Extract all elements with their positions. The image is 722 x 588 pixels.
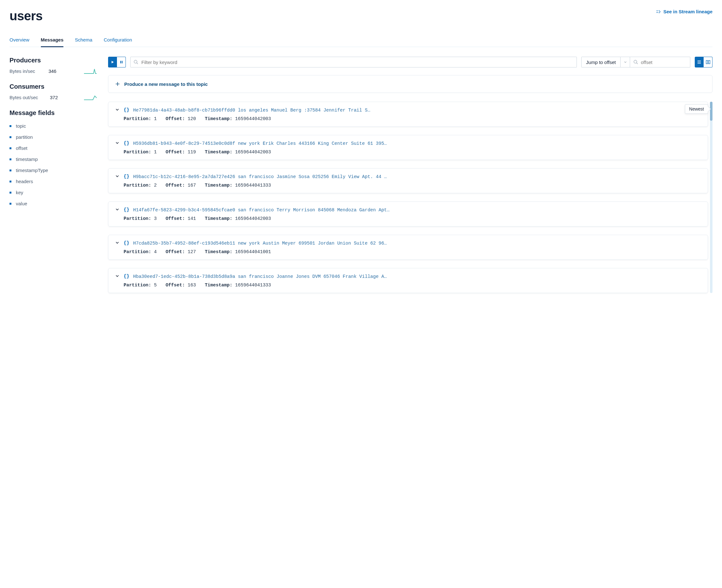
json-braces-icon: {} (124, 107, 129, 113)
list-view-icon (697, 60, 702, 65)
json-braces-icon: {} (124, 207, 129, 213)
stream-lineage-link[interactable]: See in Stream lineage (656, 9, 713, 14)
chevron-down-icon (115, 240, 120, 245)
message-summary[interactable]: He77981da-4a43-48ab-b8f8-cb71b96ffdd0 lo… (133, 108, 370, 113)
expand-message-toggle[interactable] (115, 140, 120, 146)
tab-messages[interactable]: Messages (41, 37, 64, 47)
bytes-out-value: 372 (50, 95, 72, 100)
json-braces-icon: {} (124, 240, 129, 246)
message-card: {}H14fa67fe-5823-4299-b3c4-595845cfcae0 … (108, 202, 708, 227)
chevron-down-icon (115, 107, 120, 112)
message-card: {}H5936db81-b943-4e0f-8c29-74513e0c0d8f … (108, 135, 708, 160)
message-summary[interactable]: H5936db81-b943-4e0f-8c29-74513e0c0d8f ne… (133, 141, 387, 146)
message-card: {}H9bacc71c-b12c-4216-8e95-2a7da727e426 … (108, 168, 708, 193)
tab-schema[interactable]: Schema (75, 37, 92, 46)
message-card: {}He77981da-4a43-48ab-b8f8-cb71b96ffdd0 … (108, 102, 708, 127)
play-button[interactable] (108, 57, 117, 67)
pause-icon (120, 60, 123, 64)
stream-lineage-label: See in Stream lineage (663, 9, 713, 14)
jump-to-offset-select[interactable]: Jump to offset (581, 57, 621, 67)
json-braces-icon: {} (124, 141, 129, 146)
svg-point-2 (134, 60, 137, 63)
producers-heading: Producers (9, 57, 97, 64)
message-card: {}Hba30eed7-1edc-452b-8b1a-738d3b5d8a9a … (108, 268, 708, 293)
json-braces-icon: {} (124, 274, 129, 279)
tab-configuration[interactable]: Configuration (104, 37, 132, 46)
message-scrollbar[interactable] (710, 102, 713, 293)
message-fields-heading: Message fields (9, 109, 97, 117)
offset-input[interactable] (630, 57, 690, 67)
message-field-item[interactable]: timestampType (9, 165, 97, 176)
expand-message-toggle[interactable] (115, 207, 120, 213)
scrollbar-thumb[interactable] (710, 102, 713, 121)
message-field-item[interactable]: timestamp (9, 154, 97, 165)
expand-message-toggle[interactable] (115, 240, 120, 246)
page-title: users (9, 9, 42, 23)
sidebar: Producers Bytes in/sec 346 Consumers Byt… (9, 57, 97, 293)
svg-rect-4 (706, 61, 708, 64)
tab-overview[interactable]: Overview (9, 37, 29, 46)
message-meta: Partition: 5Offset: 163Timestamp: 165964… (115, 282, 701, 288)
consumers-heading: Consumers (9, 83, 97, 90)
message-field-item[interactable]: value (9, 198, 97, 209)
play-icon (110, 60, 115, 64)
message-field-item[interactable]: key (9, 187, 97, 198)
chevron-down-icon (115, 174, 120, 179)
message-summary[interactable]: H14fa67fe-5823-4299-b3c4-595845cfcae0 sa… (133, 208, 390, 213)
produce-message-label: Produce a new message to this topic (124, 81, 208, 87)
message-field-item[interactable]: partition (9, 131, 97, 143)
message-summary[interactable]: Hba30eed7-1edc-452b-8b1a-738d3b5d8a9a sa… (133, 274, 387, 279)
chevron-down-icon (623, 60, 627, 64)
expand-message-toggle[interactable] (115, 174, 120, 180)
view-split-button[interactable] (704, 57, 713, 67)
message-meta: Partition: 1Offset: 120Timestamp: 165964… (115, 116, 701, 121)
split-view-icon (705, 60, 710, 65)
bytes-in-sparkline (84, 68, 97, 74)
message-summary[interactable]: H7cda825b-35b7-4952-88ef-c193d546eb11 ne… (133, 241, 387, 246)
view-list-button[interactable] (695, 57, 704, 67)
expand-message-toggle[interactable] (115, 273, 120, 279)
message-field-item[interactable]: offset (9, 143, 97, 154)
search-icon (633, 60, 638, 65)
tabs: Overview Messages Schema Configuration (9, 37, 713, 47)
bytes-out-label: Bytes out/sec (9, 95, 38, 100)
plus-icon (115, 81, 120, 87)
expand-message-toggle[interactable] (115, 107, 120, 113)
bytes-in-label: Bytes in/sec (9, 68, 35, 74)
message-field-item[interactable]: topic (9, 120, 97, 131)
message-fields-list: topicpartitionoffsettimestamptimestampTy… (9, 120, 97, 209)
bytes-in-value: 346 (48, 68, 71, 74)
chevron-down-icon (115, 273, 120, 278)
svg-rect-5 (708, 61, 710, 64)
svg-rect-0 (120, 61, 121, 63)
chevron-down-icon (115, 207, 120, 212)
message-meta: Partition: 1Offset: 119Timestamp: 165964… (115, 149, 701, 154)
chevron-down-icon (115, 140, 120, 145)
search-icon (133, 60, 139, 65)
bytes-out-sparkline (84, 94, 97, 101)
produce-message-button[interactable]: Produce a new message to this topic (108, 75, 713, 93)
newest-marker: Newest (685, 104, 708, 114)
jump-to-offset-dropdown[interactable] (621, 57, 630, 67)
message-summary[interactable]: H9bacc71c-b12c-4216-8e95-2a7da727e426 sa… (133, 174, 387, 179)
message-meta: Partition: 3Offset: 141Timestamp: 165964… (115, 216, 701, 221)
json-braces-icon: {} (124, 174, 129, 179)
filter-input[interactable] (130, 57, 577, 67)
pause-button[interactable] (117, 57, 126, 67)
lineage-icon (656, 9, 661, 14)
svg-point-3 (634, 60, 637, 63)
message-meta: Partition: 4Offset: 127Timestamp: 165964… (115, 249, 701, 254)
message-meta: Partition: 2Offset: 167Timestamp: 165964… (115, 183, 701, 188)
message-field-item[interactable]: headers (9, 176, 97, 187)
jump-to-offset-label: Jump to offset (586, 60, 616, 65)
svg-rect-1 (122, 61, 123, 63)
message-card: {}H7cda825b-35b7-4952-88ef-c193d546eb11 … (108, 235, 708, 260)
